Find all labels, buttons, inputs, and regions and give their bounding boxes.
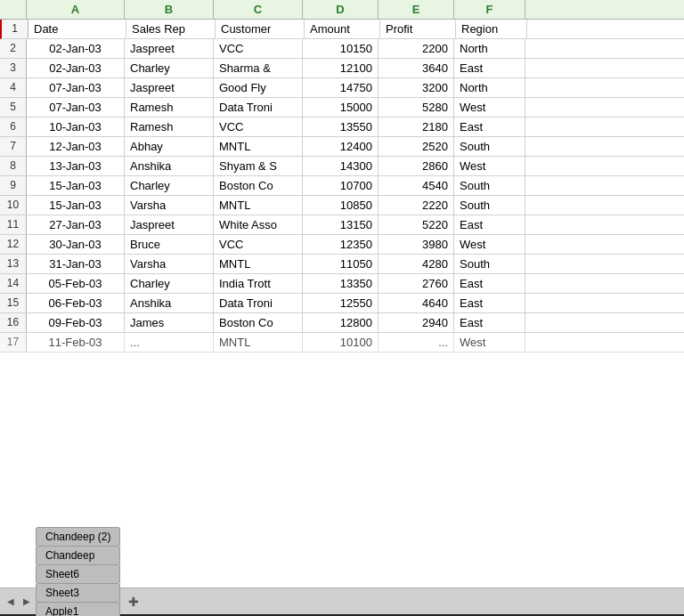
cell-rep: Charley bbox=[125, 274, 214, 293]
cell-customer: Sharma & bbox=[214, 59, 303, 77]
cell-profit: 2520 bbox=[379, 137, 454, 156]
row-num-10: 10 bbox=[0, 196, 27, 215]
cell-amount: 13150 bbox=[303, 215, 379, 234]
cell-rep: Charley bbox=[125, 59, 214, 77]
cell-profit: 5280 bbox=[379, 98, 454, 117]
table-row: 14 05-Feb-03 Charley India Trott 13350 2… bbox=[0, 274, 684, 294]
cell-profit: ... bbox=[379, 333, 454, 352]
cell-customer: VCC bbox=[214, 235, 303, 254]
cell-region: South bbox=[454, 255, 525, 273]
cell-region: East bbox=[454, 59, 525, 77]
row-num-header bbox=[0, 0, 27, 19]
cell-date: 07-Jan-03 bbox=[27, 98, 125, 117]
cell-profit: 2940 bbox=[379, 313, 454, 332]
tab-nav-left[interactable]: ◀ bbox=[4, 595, 18, 608]
cell-customer: Data Troni bbox=[214, 98, 303, 117]
cell-date: 07-Jan-03 bbox=[27, 78, 125, 97]
sheet-tab[interactable]: Sheet3 bbox=[36, 583, 120, 602]
row-num-9: 9 bbox=[0, 176, 27, 195]
sheet-tabs: Chandeep (2)ChandeepSheet6Sheet3Apple1Sh… bbox=[36, 527, 120, 617]
table-row: 12 30-Jan-03 Bruce VCC 12350 3980 West bbox=[0, 235, 684, 255]
cell-profit: 2860 bbox=[379, 157, 454, 175]
sheet-tab[interactable]: Apple1 bbox=[36, 602, 120, 617]
cell-region: West bbox=[454, 333, 525, 352]
cell-profit: 2180 bbox=[379, 118, 454, 136]
header-region: Region bbox=[456, 20, 527, 38]
cell-customer: Boston Co bbox=[214, 313, 303, 332]
cell-region: South bbox=[454, 137, 525, 156]
sheet-tabs-bar: ◀ ▶ Chandeep (2)ChandeepSheet6Sheet3Appl… bbox=[0, 588, 684, 614]
row-num-5: 5 bbox=[0, 98, 27, 117]
cell-date: 11-Feb-03 bbox=[27, 333, 125, 352]
table-row: 15 06-Feb-03 Anshika Data Troni 12550 46… bbox=[0, 294, 684, 313]
table-row: 13 31-Jan-03 Varsha MNTL 11050 4280 Sout… bbox=[0, 255, 684, 274]
cell-amount: 11050 bbox=[303, 255, 379, 273]
header-row: 1 Date Sales Rep Customer Amount Profit … bbox=[0, 20, 684, 39]
table-row: 5 07-Jan-03 Ramesh Data Troni 15000 5280… bbox=[0, 98, 684, 118]
header-date: Date bbox=[28, 20, 126, 38]
cell-region: East bbox=[454, 215, 525, 234]
row-num-2: 2 bbox=[0, 39, 27, 58]
sheet-tab[interactable]: Sheet6 bbox=[36, 564, 120, 583]
cell-date: 02-Jan-03 bbox=[27, 39, 125, 58]
tab-nav-right[interactable]: ▶ bbox=[20, 595, 34, 608]
row-num-14: 14 bbox=[0, 274, 27, 293]
sheet-tab[interactable]: Chandeep (2) bbox=[36, 527, 120, 546]
row-num-1: 1 bbox=[2, 20, 28, 38]
row-num-4: 4 bbox=[0, 78, 27, 97]
cell-amount: 10700 bbox=[303, 176, 379, 195]
cell-rep: Varsha bbox=[125, 255, 214, 273]
cell-customer: Boston Co bbox=[214, 176, 303, 195]
cell-date: 05-Feb-03 bbox=[27, 274, 125, 293]
cell-region: South bbox=[454, 176, 525, 195]
cell-region: South bbox=[454, 196, 525, 215]
table-row: 9 15-Jan-03 Charley Boston Co 10700 4540… bbox=[0, 176, 684, 196]
cell-profit: 4540 bbox=[379, 176, 454, 195]
cell-customer: MNTL bbox=[214, 137, 303, 156]
row-num-15: 15 bbox=[0, 294, 27, 312]
table-row: 7 12-Jan-03 Abhay MNTL 12400 2520 South bbox=[0, 137, 684, 157]
cell-date: 10-Jan-03 bbox=[27, 118, 125, 136]
cell-amount: 14750 bbox=[303, 78, 379, 97]
sheet-tab[interactable]: Chandeep bbox=[36, 546, 120, 564]
cell-profit: 3640 bbox=[379, 59, 454, 77]
cell-profit: 4640 bbox=[379, 294, 454, 312]
cell-amount: 13350 bbox=[303, 274, 379, 293]
cell-amount: 14300 bbox=[303, 157, 379, 175]
cell-amount: 12800 bbox=[303, 313, 379, 332]
cell-rep: Charley bbox=[125, 176, 214, 195]
cell-profit: 2760 bbox=[379, 274, 454, 293]
cell-rep: Abhay bbox=[125, 137, 214, 156]
cell-region: West bbox=[454, 235, 525, 254]
header-customer: Customer bbox=[216, 20, 305, 38]
tab-add-button[interactable]: ✚ bbox=[122, 593, 145, 611]
table-row: 16 09-Feb-03 James Boston Co 12800 2940 … bbox=[0, 313, 684, 333]
cell-customer: Good Fly bbox=[214, 78, 303, 97]
cell-amount: 13550 bbox=[303, 118, 379, 136]
col-header-e: E bbox=[379, 0, 454, 19]
header-amount: Amount bbox=[305, 20, 380, 38]
cell-rep: Ramesh bbox=[125, 98, 214, 117]
cell-date: 12-Jan-03 bbox=[27, 137, 125, 156]
cell-rep: Anshika bbox=[125, 157, 214, 175]
cell-rep: Varsha bbox=[125, 196, 214, 215]
cell-date: 15-Jan-03 bbox=[27, 196, 125, 215]
cell-date: 02-Jan-03 bbox=[27, 59, 125, 77]
row-num-11: 11 bbox=[0, 215, 27, 234]
data-rows-container: 2 02-Jan-03 Jaspreet VCC 10150 2200 Nort… bbox=[0, 39, 684, 353]
cell-rep: Jaspreet bbox=[125, 78, 214, 97]
cell-region: North bbox=[454, 78, 525, 97]
table-row: 17 11-Feb-03 ... MNTL 10100 ... West bbox=[0, 333, 684, 353]
cell-date: 15-Jan-03 bbox=[27, 176, 125, 195]
cell-date: 13-Jan-03 bbox=[27, 157, 125, 175]
cell-date: 31-Jan-03 bbox=[27, 255, 125, 273]
cell-rep: Jaspreet bbox=[125, 215, 214, 234]
cell-region: East bbox=[454, 313, 525, 332]
cell-date: 30-Jan-03 bbox=[27, 235, 125, 254]
cell-customer: MNTL bbox=[214, 255, 303, 273]
row-num-3: 3 bbox=[0, 59, 27, 77]
table-row: 2 02-Jan-03 Jaspreet VCC 10150 2200 Nort… bbox=[0, 39, 684, 59]
cell-rep: Jaspreet bbox=[125, 39, 214, 58]
cell-rep: Anshika bbox=[125, 294, 214, 312]
cell-region: East bbox=[454, 294, 525, 312]
